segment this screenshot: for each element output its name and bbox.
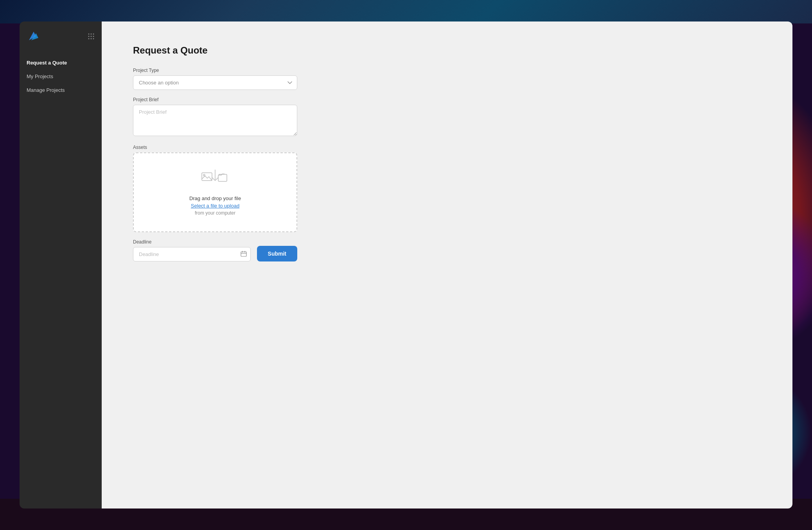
svg-point-5 xyxy=(88,36,90,37)
svg-point-3 xyxy=(91,34,92,35)
deadline-input-wrapper xyxy=(133,247,251,261)
sidebar-item-my-projects[interactable]: My Projects xyxy=(20,70,102,83)
quote-form: Project Type Choose an option Design Dev… xyxy=(133,68,297,261)
project-brief-label: Project Brief xyxy=(133,97,297,102)
assets-label: Assets xyxy=(133,145,297,150)
deadline-label: Deadline xyxy=(133,239,251,245)
grid-icon[interactable] xyxy=(88,33,95,41)
svg-point-6 xyxy=(91,36,92,37)
select-file-link[interactable]: Select a file to upload xyxy=(191,203,239,209)
app-container: Request a Quote My Projects Manage Proje… xyxy=(20,21,792,509)
svg-rect-11 xyxy=(202,173,212,181)
svg-point-10 xyxy=(93,38,94,39)
bg-top-gradient xyxy=(0,0,812,23)
drag-drop-text: Drag and drop your file xyxy=(189,195,241,201)
project-type-group: Project Type Choose an option Design Dev… xyxy=(133,68,297,90)
project-brief-textarea[interactable] xyxy=(133,105,297,136)
svg-point-2 xyxy=(88,34,90,35)
deadline-submit-row: Deadline Submit xyxy=(133,239,297,261)
svg-point-7 xyxy=(93,36,94,37)
assets-group: Assets xyxy=(133,145,297,232)
project-brief-group: Project Brief xyxy=(133,97,297,138)
sidebar-header xyxy=(20,21,102,53)
file-drop-zone[interactable]: Drag and drop your file Select a file to… xyxy=(133,152,297,232)
drop-zone-sub-text: from your computer xyxy=(195,210,235,216)
sidebar-item-manage-projects[interactable]: Manage Projects xyxy=(20,83,102,97)
upload-icon xyxy=(201,169,229,190)
main-content: Request a Quote Project Type Choose an o… xyxy=(102,21,792,509)
deadline-group: Deadline xyxy=(133,239,251,261)
deadline-input[interactable] xyxy=(133,247,251,261)
svg-point-8 xyxy=(88,38,90,39)
svg-point-9 xyxy=(91,38,92,39)
svg-point-12 xyxy=(203,174,205,176)
svg-point-4 xyxy=(93,34,94,35)
project-type-label: Project Type xyxy=(133,68,297,73)
page-title: Request a Quote xyxy=(133,45,761,56)
submit-button[interactable]: Submit xyxy=(257,246,297,261)
sidebar-nav: Request a Quote My Projects Manage Proje… xyxy=(20,53,102,100)
project-type-select[interactable]: Choose an option Design Development Mark… xyxy=(133,75,297,90)
sidebar-item-request-quote[interactable]: Request a Quote xyxy=(20,56,102,70)
logo[interactable] xyxy=(27,29,41,45)
sidebar: Request a Quote My Projects Manage Proje… xyxy=(20,21,102,509)
